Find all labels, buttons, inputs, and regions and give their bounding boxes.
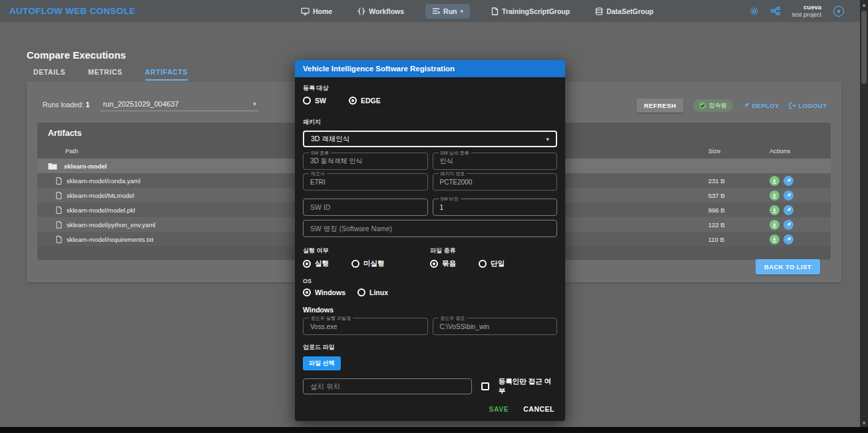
main-nav: Home Workflows Run ▾ TrainingScriptGroup… (297, 4, 658, 19)
rocket-icon (785, 178, 791, 184)
modal-actions: SAVE CANCEL (303, 405, 557, 413)
windows-section-label: Windows (303, 306, 557, 314)
radio-label: Windows (315, 288, 345, 296)
nav-item-datasetgroup[interactable]: DataSetGroup (591, 5, 658, 18)
monitor-icon (301, 7, 310, 15)
status-badge: 접속됨 (693, 99, 733, 112)
download-button[interactable] (769, 220, 779, 230)
settings-button[interactable] (750, 7, 759, 16)
registrant-only-checkbox[interactable] (481, 382, 489, 390)
download-icon (771, 178, 777, 184)
deploy-artifact-button[interactable] (783, 205, 793, 215)
radio-icon (430, 260, 438, 268)
user-menu-button[interactable]: ▾ (833, 6, 844, 17)
tab-artifacts[interactable]: ARTIFACTS (145, 68, 188, 81)
field-sw-subtype: SW 상세 종류 인식 (433, 153, 558, 170)
nav-item-workflows[interactable]: Workflows (353, 5, 408, 18)
back-to-list-button[interactable]: BACK TO LIST (756, 259, 820, 274)
run-select-value: run_20251029_004637 (103, 100, 179, 108)
radio-linux[interactable]: Linux (357, 288, 388, 296)
database-icon (595, 7, 603, 15)
package-select[interactable]: 3D 객체인식 ▾ (303, 131, 557, 147)
runs-loaded-text: Runs loaded: (43, 101, 84, 109)
sw-id-input[interactable] (303, 199, 428, 216)
nav-item-home[interactable]: Home (297, 5, 336, 18)
download-icon (771, 207, 777, 213)
field-manufacturer: 제조사 ETRI (303, 173, 428, 191)
nav-item-label: DataSetGroup (606, 7, 654, 15)
file-select-button[interactable]: 파일 선택 (303, 356, 341, 370)
field-sw-type: SW 종류 3D 동적객체 인식 (303, 153, 428, 170)
artifact-path: sklearn-model/MLmodel (67, 192, 134, 199)
radio-label: 미실행 (363, 259, 385, 268)
nav-item-run[interactable]: Run ▾ (425, 4, 470, 19)
tree-icon (771, 7, 780, 15)
field-label: 윈도우 경로 (439, 315, 467, 322)
tab-metrics[interactable]: METRICS (88, 68, 122, 81)
chevron-down-icon: ▾ (461, 8, 464, 15)
sw-name-input[interactable] (303, 220, 557, 237)
radio-single[interactable]: 단일 (479, 259, 505, 268)
refresh-button[interactable]: REFRESH (636, 99, 683, 113)
runs-row: Runs loaded: 1 run_20251029_004637 ▾ (43, 99, 259, 111)
radio-sw[interactable]: SW (303, 97, 326, 105)
app-title: AUTOFLOW WEB CONSOLE (9, 6, 136, 16)
artifact-size: 110 B (708, 236, 769, 243)
exec-group: 실행 여부 실행 미실행 (303, 246, 430, 268)
nav-item-label: Home (313, 7, 332, 15)
deploy-artifact-button[interactable] (783, 191, 793, 201)
logout-icon (789, 102, 796, 109)
download-icon (771, 222, 777, 228)
document-icon (491, 7, 499, 15)
scroll-up-icon[interactable]: ▲ (860, 0, 868, 8)
artifact-size: 231 B (708, 177, 769, 185)
rocket-icon (785, 222, 791, 228)
nav-item-label: TrainingScriptGroup (502, 7, 570, 15)
scroll-down-icon[interactable]: ▼ (860, 420, 868, 426)
artifact-path: sklearn-model/model.pkl (67, 207, 135, 214)
tab-bar: DETAILS METRICS ARTIFACTS (33, 68, 188, 81)
download-button[interactable] (769, 191, 779, 201)
download-button[interactable] (769, 176, 779, 186)
download-button[interactable] (769, 234, 779, 244)
rocket-icon (785, 207, 791, 213)
save-button[interactable]: SAVE (489, 405, 509, 413)
deploy-artifact-button[interactable] (783, 234, 793, 244)
logout-button-label: LOGOUT (799, 102, 827, 109)
gear-icon (750, 7, 759, 16)
radio-windows[interactable]: Windows (303, 288, 345, 296)
rocket-icon (785, 193, 791, 199)
scrollbar-thumb[interactable] (861, 11, 867, 84)
file-icon (56, 207, 62, 214)
radio-bundle[interactable]: 묶음 (430, 259, 456, 268)
modal-title: Vehicle Intelligence Software Registrati… (295, 60, 565, 77)
cancel-button[interactable]: CANCEL (523, 405, 554, 413)
tree-view-button[interactable] (771, 7, 780, 15)
nav-item-label: Run (443, 7, 457, 15)
field-label: 윈도우 실행 파일명 (309, 315, 353, 322)
radio-exec[interactable]: 실행 (303, 259, 329, 268)
sw-version-value: 1 (440, 204, 444, 211)
install-location-input[interactable] (303, 378, 472, 394)
window-bottom-edge (0, 427, 868, 433)
download-button[interactable] (769, 205, 779, 215)
field-win-exec-filename[interactable]: 윈도우 실행 파일명 Voss.exe (303, 318, 428, 335)
radio-edge[interactable]: EDGE (349, 97, 381, 105)
field-value: ETRI (310, 179, 326, 186)
radio-no-exec[interactable]: 미실행 (351, 259, 385, 268)
deploy-artifact-button[interactable] (783, 220, 793, 230)
logout-button[interactable]: LOGOUT (789, 102, 827, 109)
runs-loaded-label: Runs loaded: 1 (43, 101, 90, 111)
field-win-path[interactable]: 윈도우 경로 C:\VoSS\bin_win (433, 318, 558, 335)
deploy-button[interactable]: DEPLOY (742, 102, 779, 109)
list-icon (432, 7, 440, 15)
field-value: 인식 (440, 157, 453, 166)
sw-version-field[interactable]: SW 버전 1 (433, 199, 558, 216)
file-icon (56, 221, 62, 228)
nav-item-trainingscriptgroup[interactable]: TrainingScriptGroup (487, 5, 574, 18)
vertical-scrollbar[interactable]: ▲ ▼ (860, 0, 868, 433)
deploy-artifact-button[interactable] (783, 176, 793, 186)
run-select[interactable]: run_20251029_004637 ▾ (101, 99, 259, 111)
nav-item-label: Workflows (369, 7, 404, 15)
tab-details[interactable]: DETAILS (33, 68, 65, 81)
